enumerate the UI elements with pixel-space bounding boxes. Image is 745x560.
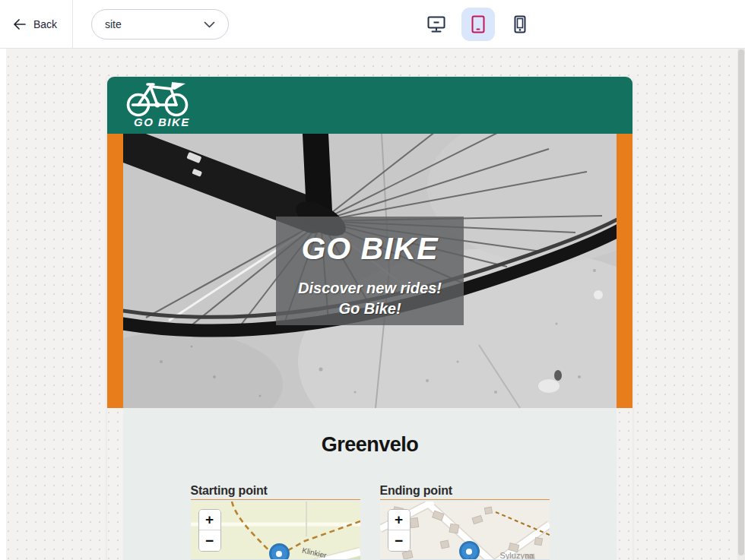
ending-point-label: Ending point [380, 484, 550, 500]
bicycle-icon [128, 84, 187, 115]
site-header: GO BIKE [107, 77, 632, 134]
hero-tagline: Discover new rides! Go Bike! [276, 278, 464, 319]
page-select-value: site [105, 18, 122, 30]
section-title: Greenvelo [123, 408, 617, 457]
starting-point-label: Starting point [191, 484, 360, 500]
hero-tagline-line1: Discover new rides! [276, 278, 464, 299]
logo-title: GO BIKE [134, 115, 190, 128]
zoom-in-button[interactable]: + [388, 510, 410, 530]
mobile-icon [509, 14, 531, 35]
device-preview-toggle [420, 8, 537, 41]
vertical-scrollbar[interactable] [737, 49, 745, 560]
zoom-out-button[interactable]: − [388, 530, 410, 551]
back-button[interactable]: Back [0, 0, 73, 48]
canvas-left-gutter [0, 49, 6, 560]
ending-point-marker[interactable] [459, 541, 480, 560]
starting-point-map[interactable]: + − Klinkier [191, 501, 360, 560]
desktop-icon [426, 14, 447, 35]
site-preview-frame: GO BIKE [107, 77, 632, 560]
starting-point-column: Starting point [191, 484, 360, 560]
map-zoom-control: + − [198, 509, 221, 552]
flag-icon [171, 82, 185, 90]
chevron-down-icon [204, 21, 215, 28]
zoom-in-button[interactable]: + [199, 510, 220, 530]
tablet-icon [468, 14, 489, 35]
back-label: Back [33, 18, 57, 30]
hero-tagline-line2: Go Bike! [276, 299, 464, 319]
go-bike-logo: GO BIKE [123, 81, 207, 134]
scrollbar-thumb[interactable] [738, 49, 744, 555]
hero-title: GO BIKE [276, 231, 464, 267]
preview-canvas: GO BIKE [0, 49, 745, 560]
trip-section: Greenvelo Starting point [123, 408, 617, 560]
mobile-preview-button[interactable] [503, 8, 537, 41]
zoom-out-button[interactable]: − [199, 530, 220, 551]
ending-point-column: Ending point [380, 484, 550, 560]
route-point-columns: Starting point [191, 484, 550, 560]
starting-point-marker[interactable] [269, 543, 290, 560]
desktop-preview-button[interactable] [420, 8, 453, 41]
page-select-dropdown[interactable]: site [91, 9, 229, 40]
map-zoom-control: + − [388, 509, 411, 552]
hero-banner: GO BIKE Discover new rides! Go Bike! [107, 134, 632, 408]
hero-overlay-card: GO BIKE Discover new rides! Go Bike! [276, 217, 464, 325]
top-toolbar: Back site [0, 0, 745, 49]
ending-point-map[interactable]: + − Syluzyna [380, 501, 550, 560]
tablet-preview-button[interactable] [461, 8, 495, 41]
arrow-left-icon [13, 19, 27, 30]
